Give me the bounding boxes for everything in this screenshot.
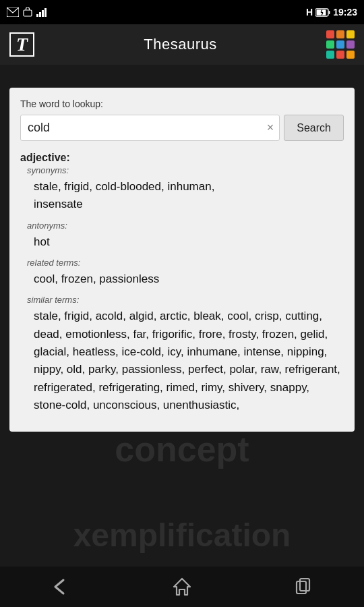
- watermark-word-6: xemplification: [73, 517, 291, 554]
- antonyms-label: antonyms:: [20, 221, 344, 231]
- svg-rect-4: [42, 10, 44, 17]
- svg-marker-12: [174, 579, 190, 595]
- svg-rect-5: [44, 8, 47, 17]
- svg-rect-2: [36, 14, 38, 17]
- result-adjective: adjective: synonyms: stale, frigid, cold…: [20, 152, 344, 414]
- status-right: H 19:23: [306, 7, 357, 18]
- synonyms-text: stale, frigid, cold-blooded, inhuman,ins…: [20, 178, 344, 214]
- search-button[interactable]: Search: [284, 115, 344, 141]
- similar-terms-text: stale, frigid, acold, algid, arctic, ble…: [20, 308, 344, 414]
- recents-icon: [291, 575, 315, 599]
- nav-bar: [0, 567, 364, 607]
- app-grid-icon[interactable]: [326, 30, 355, 59]
- pos-label-adjective: adjective:: [20, 152, 344, 164]
- back-button[interactable]: [49, 575, 73, 599]
- grid-dot-2: [336, 30, 344, 38]
- svg-rect-13: [297, 581, 306, 594]
- app-logo: T: [9, 32, 34, 57]
- home-icon: [170, 575, 194, 599]
- gmail-icon: [7, 7, 19, 17]
- svg-rect-3: [39, 12, 41, 17]
- battery-icon: [315, 8, 330, 17]
- app-title: Thesaurus: [144, 36, 216, 53]
- signal-icon: [36, 7, 47, 17]
- search-input[interactable]: [21, 115, 262, 140]
- time-display: 19:23: [333, 7, 357, 18]
- app-bar: T Thesaurus: [0, 24, 364, 65]
- antonyms-text: hot: [20, 233, 344, 251]
- svg-rect-1: [24, 10, 32, 16]
- main-card: The word to lookup: × Search adjective: …: [9, 88, 355, 432]
- lookup-label: The word to lookup:: [20, 98, 344, 109]
- grid-dot-3: [346, 30, 355, 38]
- signal-strength: H: [306, 7, 313, 18]
- grid-dot-7: [326, 51, 334, 59]
- back-icon: [49, 575, 73, 599]
- recents-button[interactable]: [291, 575, 315, 599]
- status-bar: H 19:23: [0, 0, 364, 24]
- clear-button[interactable]: ×: [262, 121, 280, 135]
- grid-dot-5: [336, 40, 344, 49]
- grid-dot-9: [346, 51, 355, 59]
- grid-dot-6: [346, 40, 355, 49]
- home-button[interactable]: [170, 575, 194, 599]
- svg-rect-8: [329, 11, 330, 14]
- grid-dot-4: [326, 40, 334, 49]
- status-icons-left: [7, 7, 47, 17]
- briefcase-icon: [23, 7, 32, 17]
- watermark-word-5: concept: [115, 429, 249, 469]
- search-row: × Search: [20, 115, 344, 141]
- similar-terms-label: similar terms:: [20, 295, 344, 305]
- related-terms-label: related terms:: [20, 258, 344, 268]
- synonyms-label: synonyms:: [20, 165, 344, 175]
- grid-dot-8: [336, 51, 344, 59]
- grid-dot-1: [326, 30, 334, 38]
- svg-rect-14: [300, 579, 309, 591]
- search-input-wrapper: ×: [20, 115, 280, 141]
- related-terms-text: cool, frozen, passionless: [20, 270, 344, 288]
